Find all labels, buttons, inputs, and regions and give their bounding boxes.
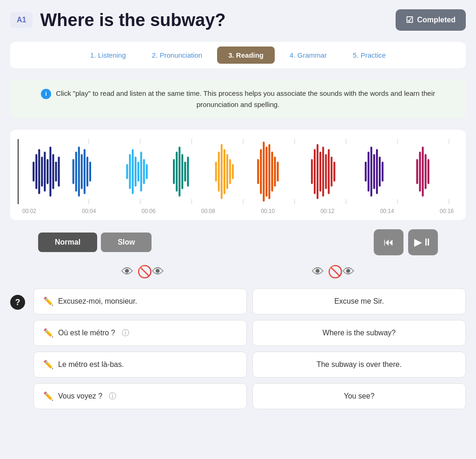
question-icon: ? [10, 295, 25, 310]
edit-icon-2: ✏️ [43, 328, 53, 338]
time-00:16: 00:16 [440, 208, 454, 214]
header: A1 Where is the subway? ☑ Completed [10, 9, 466, 31]
svg-rect-42 [268, 144, 270, 199]
normal-speed-button[interactable]: Normal [38, 233, 97, 252]
french-text-2: Où est le métro ? [58, 329, 115, 337]
tab-practice[interactable]: 5. Practice [342, 47, 397, 64]
time-00:06: 00:06 [142, 208, 156, 214]
right-eye-icon[interactable]: 👁 [312, 265, 324, 279]
svg-rect-21 [138, 161, 139, 181]
svg-rect-8 [55, 161, 57, 181]
svg-rect-28 [181, 154, 183, 189]
tab-pronunciation[interactable]: 2. Pronunciation [141, 47, 213, 64]
tabs-bar: 1. Listening 2. Pronunciation 3. Reading… [10, 42, 466, 68]
french-sentence-2[interactable]: ✏️ Où est le métro ? ⓘ [33, 320, 247, 346]
rewind-icon: ⏮ [383, 236, 394, 248]
svg-rect-62 [416, 159, 418, 184]
french-sentence-3[interactable]: ✏️ Le métro est là-bas. [33, 352, 247, 378]
left-visibility-group: 👁 🚫👁 [121, 265, 164, 279]
svg-rect-55 [365, 161, 367, 181]
svg-rect-40 [263, 141, 264, 201]
svg-rect-6 [49, 146, 51, 197]
level-badge: A1 [10, 12, 33, 28]
svg-rect-50 [322, 146, 324, 197]
edit-icon-3: ✏️ [43, 359, 53, 370]
svg-rect-48 [317, 144, 318, 199]
controls-row: Normal Slow ⏮ ▶⏸ [10, 229, 466, 255]
svg-rect-63 [419, 152, 421, 192]
svg-rect-17 [126, 164, 128, 179]
svg-rect-39 [260, 149, 262, 194]
svg-rect-12 [78, 146, 80, 197]
left-eye-off-icon[interactable]: 🚫👁 [137, 265, 164, 279]
svg-rect-33 [221, 144, 223, 199]
svg-rect-23 [143, 159, 145, 184]
info-box: i Click "play" to read and listen at the… [10, 80, 466, 119]
svg-rect-52 [328, 149, 330, 194]
svg-rect-66 [428, 159, 430, 184]
info-icon: i [41, 89, 51, 99]
english-sentence-4[interactable]: You see? [252, 383, 466, 409]
svg-rect-54 [333, 161, 335, 181]
tab-grammar[interactable]: 4. Grammar [278, 47, 338, 64]
sentence-pair-2: ✏️ Où est le métro ? ⓘ Where is the subw… [33, 320, 466, 346]
english-text-1: Excuse me Sir. [334, 297, 384, 306]
info-circle-2[interactable]: ⓘ [122, 328, 129, 338]
svg-rect-14 [84, 149, 86, 194]
svg-rect-60 [379, 157, 381, 187]
svg-rect-37 [232, 164, 234, 179]
svg-rect-5 [46, 159, 48, 184]
svg-rect-22 [140, 152, 142, 192]
english-sentence-2[interactable]: Where is the subway? [252, 320, 466, 346]
svg-rect-46 [311, 159, 313, 184]
slow-speed-button[interactable]: Slow [101, 233, 152, 252]
svg-rect-32 [218, 152, 220, 192]
edit-icon-1: ✏️ [43, 296, 53, 306]
svg-rect-9 [58, 157, 60, 187]
right-eye-off-icon[interactable]: 🚫👁 [328, 265, 355, 279]
svg-rect-34 [224, 149, 225, 194]
svg-rect-58 [373, 154, 375, 189]
svg-rect-29 [184, 161, 186, 181]
svg-rect-56 [368, 152, 370, 192]
svg-rect-44 [274, 157, 276, 187]
english-sentence-1[interactable]: Excuse me Sir. [252, 288, 466, 314]
svg-rect-27 [178, 146, 180, 197]
time-00:12: 00:12 [320, 208, 334, 214]
svg-rect-19 [132, 149, 134, 194]
time-00:02: 00:02 [22, 208, 36, 214]
english-text-3: The subway is over there. [317, 360, 402, 369]
french-sentence-4[interactable]: ✏️ Vous voyez ? ⓘ [33, 383, 247, 409]
speed-buttons: Normal Slow [38, 233, 152, 252]
svg-rect-31 [215, 161, 217, 181]
english-text-2: Where is the subway? [323, 329, 396, 337]
time-00:08: 00:08 [201, 208, 215, 214]
left-eye-icon[interactable]: 👁 [121, 265, 133, 279]
sentence-pair-3: ✏️ Le métro est là-bas. The subway is ov… [33, 352, 466, 378]
main-container: A1 Where is the subway? ☑ Completed 1. L… [10, 9, 466, 409]
waveform-svg [19, 139, 458, 204]
english-text-4: You see? [344, 392, 374, 400]
info-circle-4[interactable]: ⓘ [109, 392, 116, 401]
waveform-display[interactable] [18, 139, 458, 204]
sentence-pair-1: ✏️ Excusez-moi, monsieur. Excuse me Sir. [33, 288, 466, 314]
sentence-pair-4: ✏️ Vous voyez ? ⓘ You see? [33, 383, 466, 409]
play-pause-button[interactable]: ▶⏸ [408, 229, 438, 255]
svg-rect-49 [319, 152, 321, 192]
rewind-button[interactable]: ⏮ [374, 229, 403, 255]
svg-rect-0 [33, 161, 34, 181]
svg-rect-65 [425, 154, 427, 189]
english-sentence-3[interactable]: The subway is over there. [252, 352, 466, 378]
svg-rect-25 [173, 159, 175, 184]
french-sentence-1[interactable]: ✏️ Excusez-moi, monsieur. [33, 288, 247, 314]
svg-rect-3 [41, 157, 43, 187]
time-00:14: 00:14 [380, 208, 394, 214]
playback-buttons: ⏮ ▶⏸ [374, 229, 438, 255]
svg-rect-35 [226, 154, 228, 189]
tab-listening[interactable]: 1. Listening [79, 47, 137, 64]
tab-reading[interactable]: 3. Reading [217, 47, 275, 64]
svg-rect-36 [229, 159, 231, 184]
french-text-1: Excusez-moi, monsieur. [58, 297, 137, 306]
completed-button[interactable]: ☑ Completed [396, 9, 466, 31]
svg-rect-20 [135, 157, 137, 187]
